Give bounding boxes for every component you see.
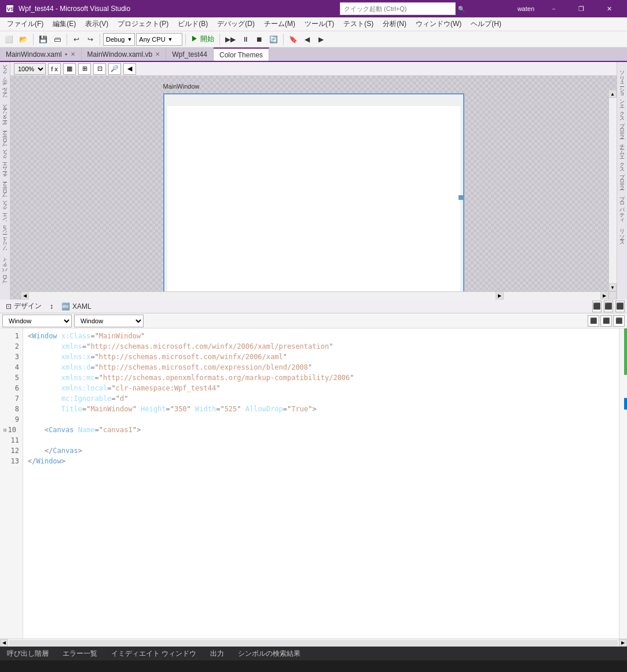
undo-button[interactable]: ↩ bbox=[70, 33, 83, 46]
next-button[interactable]: ▶ bbox=[315, 33, 328, 46]
hscroll-right-icon[interactable]: ▶ bbox=[619, 639, 627, 647]
tab-main-xaml[interactable]: MainWindow.xaml ● ✕ bbox=[0, 48, 82, 61]
menu-debug[interactable]: デバッグ(D) bbox=[212, 18, 259, 30]
line-num-11: 11 bbox=[3, 435, 19, 445]
new-button[interactable]: ⬜ bbox=[2, 33, 16, 46]
minimize-button[interactable]: － bbox=[540, 0, 567, 17]
code-scrollbar-v[interactable] bbox=[619, 328, 627, 638]
xaml-layout-3-btn[interactable]: ⬛ bbox=[613, 315, 625, 327]
save-all-button[interactable]: 🗃 bbox=[51, 33, 64, 46]
code-editor: 1 2 3 4 5 6 7 8 9 ⊟10 11 12 13 <Window x… bbox=[0, 328, 627, 638]
menu-view[interactable]: 表示(V) bbox=[80, 18, 113, 30]
save-button[interactable]: 💾 bbox=[36, 33, 50, 46]
right-sidebar: ソリューションエクスプローラー チームエクスプローラー プロパティ リソース bbox=[617, 62, 627, 300]
xaml-class-dropdown[interactable]: Window bbox=[2, 315, 72, 327]
left-toolbar-item-team[interactable]: チームエクスプローラー bbox=[1, 132, 9, 182]
bookmark-button[interactable]: 🔖 bbox=[287, 33, 300, 46]
title-bar-controls: waten － ❐ ✕ bbox=[518, 0, 622, 17]
scroll-right-icon[interactable]: ▶ bbox=[600, 291, 608, 300]
menu-test[interactable]: テスト(S) bbox=[339, 18, 378, 30]
xaml-layout-2-btn[interactable]: ⬛ bbox=[600, 315, 612, 327]
scroll-down-icon[interactable]: ▼ bbox=[608, 283, 617, 291]
snap-grid-button[interactable]: ⊞ bbox=[78, 63, 91, 75]
line-num-3: 3 bbox=[3, 352, 19, 362]
xaml-member-dropdown[interactable]: Window bbox=[74, 315, 144, 327]
xaml-toggle-btn[interactable]: 🔤 XAML bbox=[56, 300, 97, 313]
tab-main-xaml-close[interactable]: ✕ bbox=[71, 51, 75, 57]
swap-toggle-btn[interactable]: ↕ bbox=[47, 300, 56, 313]
left-toolbar-item-solution[interactable]: ソリューションエクスプローラー bbox=[1, 182, 9, 257]
xaml-section: Window Window ⬛ ⬛ ⬛ 1 2 3 4 5 6 7 8 bbox=[0, 313, 627, 647]
redo-button[interactable]: ↪ bbox=[84, 33, 97, 46]
right-toolbar-item-team[interactable]: チームエクスプローラー bbox=[618, 138, 626, 189]
code-line-9 bbox=[28, 414, 614, 425]
code-line-2: xmlns="http://schemas.microsoft.com/winf… bbox=[28, 341, 614, 352]
resize-handle-r[interactable] bbox=[459, 195, 463, 200]
prev-arrow-button[interactable]: ◀ bbox=[123, 63, 136, 75]
left-toolbar-item-props[interactable]: プロパティ bbox=[1, 257, 9, 290]
panel-layout-1-btn[interactable]: ⬛ bbox=[592, 301, 602, 312]
menu-window[interactable]: ウィンドウ(W) bbox=[411, 18, 466, 30]
menu-analyze[interactable]: 分析(N) bbox=[378, 18, 411, 30]
panel-layout-3-btn[interactable]: ⬛ bbox=[615, 301, 625, 312]
menu-help[interactable]: ヘルプ(H) bbox=[466, 18, 506, 30]
menu-tools[interactable]: ツール(T) bbox=[300, 18, 339, 30]
toolbar-sep-5 bbox=[219, 34, 220, 45]
design-canvas[interactable] bbox=[163, 93, 464, 300]
bottom-tab-callstack[interactable]: 呼び出し階層 bbox=[0, 647, 56, 660]
menu-team[interactable]: チーム(M) bbox=[259, 18, 300, 30]
bottom-tab-errors[interactable]: エラー一覧 bbox=[56, 647, 104, 660]
left-toolbar-item-toolbox[interactable]: ツールボックス bbox=[1, 64, 9, 104]
line-num-6: 6 bbox=[3, 383, 19, 393]
breakpoint-button[interactable]: ⏸ bbox=[239, 33, 252, 46]
tab-wpf-test44[interactable]: Wpf_test44 bbox=[166, 48, 214, 61]
debug-config-dropdown[interactable]: Debug ▼ bbox=[103, 33, 135, 46]
scroll-up-icon[interactable]: ▲ bbox=[608, 90, 617, 98]
bottom-tab-symbol-search[interactable]: シンボルの検索結果 bbox=[231, 647, 307, 660]
panel-layout-2-btn[interactable]: ⬛ bbox=[604, 301, 613, 312]
line-num-4: 4 bbox=[3, 362, 19, 372]
stop-button[interactable]: ⏹ bbox=[253, 33, 266, 46]
tab-main-xaml-vb-label: MainWindow.xaml.vb bbox=[87, 50, 153, 59]
quick-launch-input[interactable] bbox=[340, 2, 456, 15]
design-scrollbar-v[interactable] bbox=[608, 90, 617, 291]
platform-dropdown[interactable]: Any CPU ▼ bbox=[136, 33, 182, 46]
hscroll-left-icon[interactable]: ◀ bbox=[0, 639, 8, 647]
menu-edit[interactable]: 編集(E) bbox=[48, 18, 80, 30]
code-scrollbar-h[interactable]: ◀ ▶ bbox=[0, 638, 627, 647]
start-button[interactable]: ▶ 開始 bbox=[189, 33, 216, 46]
hscroll-thumb[interactable] bbox=[9, 640, 618, 646]
zoom-fit-button[interactable]: 🔎 bbox=[108, 63, 121, 75]
bottom-tabs-bar: 呼び出し階層 エラー一覧 イミディエイト ウィンドウ 出力 シンボルの検索結果 bbox=[0, 647, 627, 660]
attach-button[interactable]: ▶▶ bbox=[223, 33, 238, 46]
close-button[interactable]: ✕ bbox=[596, 0, 622, 17]
prev-button[interactable]: ◀ bbox=[301, 33, 314, 46]
tab-main-xaml-vb[interactable]: MainWindow.xaml.vb ✕ bbox=[82, 48, 167, 61]
menu-file[interactable]: ファイル(F) bbox=[2, 18, 48, 30]
right-toolbar-item-resources[interactable]: リソース bbox=[618, 223, 626, 245]
tab-main-xaml-label: MainWindow.xaml bbox=[6, 50, 62, 59]
open-button[interactable]: 📂 bbox=[17, 33, 30, 46]
bottom-tab-immediate[interactable]: イミディエイト ウィンドウ bbox=[104, 647, 203, 660]
design-scrollbar-h[interactable] bbox=[21, 291, 608, 300]
line-num-1: 1 bbox=[3, 331, 19, 341]
bottom-tab-output[interactable]: 出力 bbox=[203, 647, 231, 660]
restore-button[interactable]: ❐ bbox=[568, 0, 595, 17]
right-toolbar-item-props[interactable]: プロパティ bbox=[618, 189, 626, 223]
xaml-layout-1-btn[interactable]: ⬛ bbox=[588, 315, 599, 327]
tab-main-xaml-vb-close[interactable]: ✕ bbox=[155, 51, 160, 57]
zoom-select[interactable]: 100% 75% 50% 150% bbox=[14, 63, 46, 75]
grid-button[interactable]: ▦ bbox=[63, 63, 76, 75]
scroll-left-icon[interactable]: ◀ bbox=[21, 291, 29, 300]
menu-project[interactable]: プロジェクト(P) bbox=[113, 18, 173, 30]
formula-button[interactable]: f x bbox=[48, 63, 61, 75]
menu-build[interactable]: ビルド(B) bbox=[173, 18, 212, 30]
restart-button[interactable]: 🔄 bbox=[267, 33, 280, 46]
left-toolbar-item-datasource[interactable]: データソース bbox=[1, 104, 9, 132]
right-toolbar-item-solution[interactable]: ソリューションエクスプローラー bbox=[618, 64, 626, 138]
design-toggle-btn[interactable]: ⊡ デザイン bbox=[0, 300, 47, 313]
fit-button[interactable]: ⊡ bbox=[93, 63, 106, 75]
tab-color-themes[interactable]: Color Themes bbox=[214, 48, 269, 61]
scroll-end-icon[interactable]: ▶ bbox=[496, 291, 504, 300]
code-area[interactable]: <Window x:Class="MainWindow" xmlns="http… bbox=[23, 328, 619, 638]
